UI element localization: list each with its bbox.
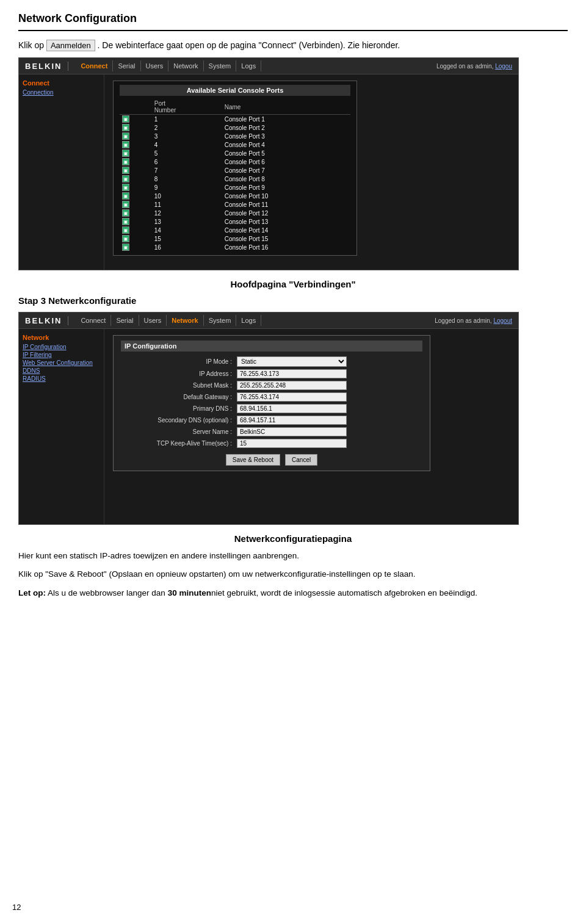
port-icon: ▣	[120, 192, 152, 200]
port-name: Console Port 15	[222, 234, 350, 243]
nav-users-1[interactable]: Users	[141, 60, 169, 71]
table-row[interactable]: ▣ 13 Console Port 13	[120, 217, 350, 226]
nav-system-1[interactable]: System	[204, 60, 237, 71]
port-name: Console Port 1	[222, 115, 350, 124]
table-row[interactable]: ▣ 11 Console Port 11	[120, 200, 350, 209]
caption-1: Hoofdpagina "Verbindingen"	[18, 279, 568, 289]
port-number: 15	[152, 234, 222, 243]
nav-network-2[interactable]: Network	[167, 315, 203, 326]
table-row[interactable]: ▣ 4 Console Port 4	[120, 140, 350, 149]
port-icon: ▣	[120, 132, 152, 140]
gateway-input[interactable]	[237, 392, 347, 402]
body-para-1: Hier kunt een statisch IP-adres toewijze…	[18, 550, 568, 562]
table-row[interactable]: ▣ 6 Console Port 6	[120, 157, 350, 166]
console-port-icon: ▣	[122, 184, 129, 191]
ip-mode-row: IP Mode : Static DHCP	[121, 356, 422, 367]
sidebar-radius-link[interactable]: RADIUS	[23, 375, 100, 382]
sidebar-ip-config-link[interactable]: IP Configuration	[23, 344, 100, 350]
table-row[interactable]: ▣ 15 Console Port 15	[120, 234, 350, 243]
server-name-label: Server Name :	[121, 428, 237, 435]
console-port-icon: ▣	[122, 175, 129, 182]
intro-continuation: . De webinterface gaat open op de pagina…	[98, 40, 400, 50]
table-row[interactable]: ▣ 8 Console Port 8	[120, 175, 350, 183]
port-name: Console Port 12	[222, 209, 350, 217]
table-row[interactable]: ▣ 5 Console Port 5	[120, 149, 350, 157]
primary-dns-input[interactable]	[237, 404, 347, 413]
port-number: 11	[152, 200, 222, 209]
nav-logs-1[interactable]: Logs	[236, 60, 261, 71]
nav-system-2[interactable]: System	[204, 315, 237, 326]
ip-mode-select[interactable]: Static DHCP	[237, 356, 347, 367]
topbar-2: BELKIN Connect Serial Users Network Syst…	[19, 312, 518, 329]
port-number: 16	[152, 243, 222, 251]
table-row[interactable]: ▣ 14 Console Port 14	[120, 226, 350, 234]
nav-serial-1[interactable]: Serial	[113, 60, 140, 71]
port-icon: ▣	[120, 217, 152, 226]
nav-network-1[interactable]: Network	[168, 60, 203, 71]
port-number: 5	[152, 149, 222, 157]
ip-config-title: IP Configuration	[121, 341, 422, 352]
sidebar-webserver-link[interactable]: Web Server Configuration	[23, 359, 100, 366]
secondary-dns-input[interactable]	[237, 416, 347, 425]
sidebar-title-1: Connect	[23, 79, 100, 87]
nav-connect-2[interactable]: Connect	[76, 315, 111, 326]
nav-logs-2[interactable]: Logs	[236, 315, 261, 326]
topbar-1: BELKIN Connect Serial Users Network Syst…	[19, 58, 518, 74]
server-name-input[interactable]	[237, 427, 347, 436]
console-port-icon: ▣	[122, 226, 129, 234]
sidebar-ddns-link[interactable]: DDNS	[23, 367, 100, 374]
sidebar-connection-link[interactable]: Connection	[23, 89, 100, 96]
table-row[interactable]: ▣ 10 Console Port 10	[120, 192, 350, 200]
port-icon: ▣	[120, 175, 152, 183]
port-name: Console Port 2	[222, 123, 350, 132]
nav-users-2[interactable]: Users	[139, 315, 167, 326]
table-row[interactable]: ▣ 12 Console Port 12	[120, 209, 350, 217]
save-reboot-button[interactable]: Save & Reboot	[226, 454, 280, 466]
ip-address-input[interactable]	[237, 369, 347, 378]
sidebar-1: Connect Connection	[19, 74, 104, 270]
logout-link-2[interactable]: Logout	[493, 317, 512, 324]
console-port-icon: ▣	[122, 141, 129, 148]
port-number: 8	[152, 175, 222, 183]
table-row[interactable]: ▣ 2 Console Port 2	[120, 123, 350, 132]
port-name: Console Port 14	[222, 226, 350, 234]
subnet-mask-input[interactable]	[237, 381, 347, 390]
table-row[interactable]: ▣ 9 Console Port 9	[120, 183, 350, 192]
note-para: Let op: Als u de webbrowser langer dan 3…	[18, 587, 568, 599]
port-number: 14	[152, 226, 222, 234]
port-number: 13	[152, 217, 222, 226]
table-row[interactable]: ▣ 1 Console Port 1	[120, 115, 350, 124]
console-port-icon: ▣	[122, 192, 129, 200]
port-name: Console Port 11	[222, 200, 350, 209]
port-icon: ▣	[120, 157, 152, 166]
tcp-keepalive-input[interactable]	[237, 439, 347, 448]
logout-link-1[interactable]: Logou	[495, 63, 512, 70]
port-name: Console Port 7	[222, 166, 350, 175]
console-port-icon: ▣	[122, 218, 129, 225]
col-port-header: PortNumber	[152, 99, 222, 115]
cancel-button[interactable]: Cancel	[285, 454, 317, 466]
nav-serial-2[interactable]: Serial	[111, 315, 139, 326]
port-name: Console Port 13	[222, 217, 350, 226]
nav-connect-1[interactable]: Connect	[76, 60, 113, 71]
table-row[interactable]: ▣ 16 Console Port 16	[120, 243, 350, 251]
nav-2: Connect Serial Users Network System Logs	[76, 315, 435, 326]
table-row[interactable]: ▣ 7 Console Port 7	[120, 166, 350, 175]
port-icon: ▣	[120, 183, 152, 192]
port-number: 10	[152, 192, 222, 200]
login-info-1: Logged on as admin, Logou	[436, 63, 512, 70]
belkin-logo-2: BELKIN	[25, 316, 68, 325]
subnet-mask-row: Subnet Mask :	[121, 381, 422, 390]
ip-config-box: IP Configuration IP Mode : Static DHCP I…	[113, 335, 430, 471]
ip-address-label: IP Address :	[121, 370, 237, 377]
aanmelden-button[interactable]: Aanmelden	[46, 40, 95, 51]
sidebar-ip-filtering-link[interactable]: IP Filtering	[23, 352, 100, 358]
console-port-icon: ▣	[122, 115, 129, 123]
note-text: Als u de webbrowser langer dan	[48, 588, 168, 597]
port-number: 6	[152, 157, 222, 166]
port-number: 12	[152, 209, 222, 217]
nav-1: Connect Serial Users Network System Logs	[76, 60, 436, 71]
table-row[interactable]: ▣ 3 Console Port 3	[120, 132, 350, 140]
note-label: Let op:	[18, 588, 46, 597]
login-info-2: Logged on as admin, Logout	[435, 317, 512, 324]
